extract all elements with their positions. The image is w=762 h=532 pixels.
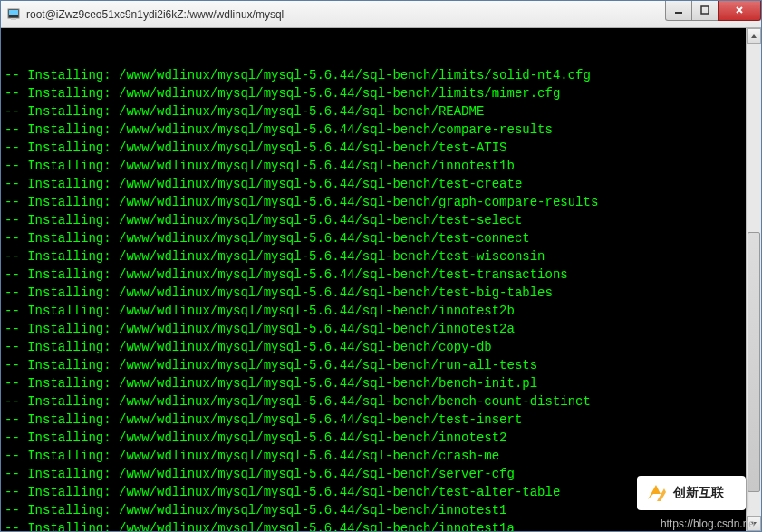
putty-icon xyxy=(6,7,21,22)
svg-rect-2 xyxy=(11,18,16,20)
close-button[interactable] xyxy=(718,1,761,21)
install-line: -- Installing: /www/wdlinux/mysql/mysql-… xyxy=(5,429,757,447)
maximize-button[interactable] xyxy=(691,1,719,21)
install-line: -- Installing: /www/wdlinux/mysql/mysql-… xyxy=(5,284,757,302)
install-line: -- Installing: /www/wdlinux/mysql/mysql-… xyxy=(5,211,757,229)
install-line: -- Installing: /www/wdlinux/mysql/mysql-… xyxy=(5,157,757,175)
minimize-button[interactable] xyxy=(665,1,692,21)
install-line: -- Installing: /www/wdlinux/mysql/mysql-… xyxy=(5,374,757,392)
install-line: -- Installing: /www/wdlinux/mysql/mysql-… xyxy=(5,392,757,411)
install-line: -- Installing: /www/wdlinux/mysql/mysql-… xyxy=(5,302,757,320)
terminal[interactable]: -- Installing: /www/wdlinux/mysql/mysql-… xyxy=(1,28,761,531)
install-line: -- Installing: /www/wdlinux/mysql/mysql-… xyxy=(5,84,757,102)
install-line: -- Installing: /www/wdlinux/mysql/mysql-… xyxy=(5,66,757,84)
install-line: -- Installing: /www/wdlinux/mysql/mysql-… xyxy=(5,247,757,266)
install-line: -- Installing: /www/wdlinux/mysql/mysql-… xyxy=(5,356,757,374)
install-line: -- Installing: /www/wdlinux/mysql/mysql-… xyxy=(5,447,757,465)
install-line: -- Installing: /www/wdlinux/mysql/mysql-… xyxy=(5,102,757,121)
scroll-thumb[interactable] xyxy=(748,232,760,492)
brand-badge: 创新互联 xyxy=(637,476,746,510)
window-controls xyxy=(666,1,761,21)
install-line: -- Installing: /www/wdlinux/mysql/mysql-… xyxy=(5,519,757,531)
titlebar[interactable]: root@iZwz9ceo51xc9n1ydi2i6kZ:/www/wdlinu… xyxy=(1,1,761,28)
install-line: -- Installing: /www/wdlinux/mysql/mysql-… xyxy=(5,338,757,356)
install-line: -- Installing: /www/wdlinux/mysql/mysql-… xyxy=(5,175,757,193)
watermark: https://blog.csdn.ne xyxy=(661,517,755,530)
install-line: -- Installing: /www/wdlinux/mysql/mysql-… xyxy=(5,193,757,211)
svg-rect-3 xyxy=(701,6,709,14)
scroll-up-button[interactable] xyxy=(747,28,761,44)
install-line: -- Installing: /www/wdlinux/mysql/mysql-… xyxy=(5,320,757,338)
install-line: -- Installing: /www/wdlinux/mysql/mysql-… xyxy=(5,266,757,284)
putty-window: root@iZwz9ceo51xc9n1ydi2i6kZ:/www/wdlinu… xyxy=(0,0,762,532)
install-line: -- Installing: /www/wdlinux/mysql/mysql-… xyxy=(5,229,757,247)
install-line: -- Installing: /www/wdlinux/mysql/mysql-… xyxy=(5,411,757,429)
svg-rect-1 xyxy=(9,10,18,15)
install-line: -- Installing: /www/wdlinux/mysql/mysql-… xyxy=(5,139,757,157)
scroll-track[interactable] xyxy=(747,44,761,516)
window-title: root@iZwz9ceo51xc9n1ydi2i6kZ:/www/wdlinu… xyxy=(26,8,666,21)
install-line: -- Installing: /www/wdlinux/mysql/mysql-… xyxy=(5,121,757,139)
brand-text: 创新互联 xyxy=(673,485,724,501)
brand-logo-icon xyxy=(644,481,668,505)
scrollbar[interactable] xyxy=(746,28,761,531)
